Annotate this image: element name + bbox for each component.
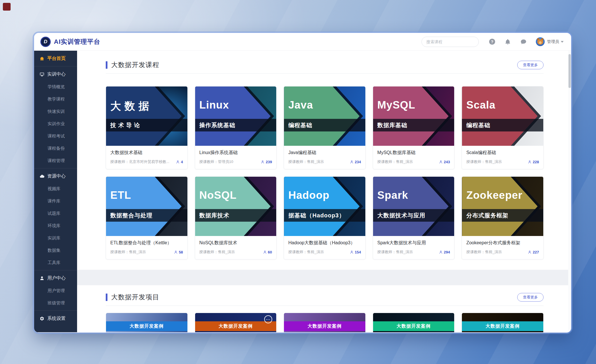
ellipsis-icon: ··· <box>264 315 272 323</box>
sidebar-item-tool-library[interactable]: 工具库 <box>34 257 77 269</box>
course-title: Scala编程基础 <box>466 150 539 156</box>
cover-subtitle: 编程基础 <box>288 121 312 129</box>
student-count-value: 239 <box>266 160 272 164</box>
cover-subtitle-band: 据基础（Hadoop3） <box>284 209 365 222</box>
person-icon <box>176 160 180 164</box>
course-card[interactable]: Scala 编程基础 Scala编程基础 授课教师：售前_演示 228 <box>462 86 544 169</box>
cover-subtitle-band: 数据整合与处理 <box>106 209 187 222</box>
person-icon <box>439 160 443 164</box>
cover-title: Hadoop <box>288 189 330 201</box>
sidebar-item-question-library[interactable]: 试题库 <box>34 207 77 220</box>
sidebar-item-system-settings[interactable]: 系统设置 <box>34 312 77 325</box>
cover-arrow <box>195 86 277 146</box>
app-title: AI实训管理平台 <box>54 38 100 46</box>
course-cover-image: Scala 编程基础 <box>462 86 543 146</box>
sidebar-item-home[interactable]: 平台首页 <box>34 52 77 65</box>
sidebar-item-label: 课件库 <box>48 198 60 204</box>
course-cover-image: Java 编程基础 <box>284 86 365 146</box>
student-count-value: 227 <box>533 250 539 254</box>
cover-title: ETL <box>110 189 131 201</box>
message-icon[interactable] <box>520 39 527 45</box>
course-student-count: 154 <box>350 250 361 254</box>
course-title: 大数据技术基础 <box>110 150 183 156</box>
course-card[interactable]: MySQL 数据库基础 MySQL数据库基础 授课教师：售前_演示 243 <box>373 86 455 169</box>
sidebar-item-training-center[interactable]: 实训中心 <box>34 68 77 81</box>
sidebar-item-dataset[interactable]: 数据集 <box>34 244 77 257</box>
project-case-card[interactable]: 大数据开发案例··· <box>195 313 277 332</box>
cover-arrow <box>373 177 454 236</box>
course-card[interactable]: Hadoop 据基础（Hadoop3） Hadoop大数据基础（Hadoop3）… <box>284 176 366 259</box>
sidebar-item-course-exams[interactable]: 课程考试 <box>34 130 77 142</box>
project-case-card[interactable]: 大数据开发案例 <box>284 313 366 332</box>
sidebar-item-label: 课程备份 <box>48 146 65 151</box>
view-more-courses-button[interactable]: 查看更多 <box>517 61 544 69</box>
sidebar-item-environment-library[interactable]: 环境库 <box>34 220 77 232</box>
course-title: ETL数据整合与处理（Kettle） <box>110 240 183 246</box>
person-icon <box>439 250 443 254</box>
course-teacher: 授课教师：售前_演示 <box>466 159 525 164</box>
sidebar-item-course-backup[interactable]: 课程备份 <box>34 142 77 155</box>
view-more-projects-button[interactable]: 查看更多 <box>517 293 544 302</box>
course-card[interactable]: Spark 大数据技术与应用 Spark大数据技术与应用 授课教师：售前_演示 … <box>373 176 455 259</box>
course-card[interactable]: Zookeeper 分布式服务框架 Zookeeper分布式服务框架 授课教师：… <box>462 176 544 259</box>
app-window: D AI实训管理平台 ? 管理员 平台首页实训中心学情概览教学课 <box>34 33 571 332</box>
chevron-down-icon <box>561 41 564 43</box>
sidebar-item-training-library[interactable]: 实训库 <box>34 232 77 244</box>
notification-bell-icon[interactable] <box>505 39 511 45</box>
course-card[interactable]: Java 编程基础 Java编程基础 授课教师：售前_演示 234 <box>284 86 366 169</box>
sidebar-item-video-library[interactable]: 视频库 <box>34 183 77 195</box>
gear-icon <box>40 316 44 321</box>
cover-subtitle-band: 数据库基础 <box>373 119 454 131</box>
scrollbar-track[interactable] <box>568 51 571 332</box>
course-card[interactable]: Linux 操作系统基础 Linux操作系统基础 授课教师：管理员10 239 <box>195 86 277 169</box>
section-divider <box>106 306 544 306</box>
sidebar: 平台首页实训中心学情概览教学课程快速实训实训作业课程考试课程备份课程管理资源中心… <box>34 51 77 332</box>
project-grid: 大数据开发案例 大数据开发案例··· 大数据开发案例 大数据开发案例 大数据开发… <box>106 313 544 332</box>
sidebar-item-teaching-courses[interactable]: 教学课程 <box>34 93 77 105</box>
person-icon <box>350 160 354 164</box>
case-label: 大数据开发案例 <box>219 323 253 329</box>
app-logo: D <box>40 37 51 47</box>
case-label-band: 大数据开发案例 <box>373 321 454 331</box>
sidebar-item-training-homework[interactable]: 实训作业 <box>34 118 77 130</box>
course-card[interactable]: 大 数 据 技 术 导 论 大数据技术基础 授课教师：北京市对外贸易学校教...… <box>106 86 188 169</box>
sidebar-item-label: 用户管理 <box>48 288 65 294</box>
sidebar-item-course-management[interactable]: 课程管理 <box>34 155 77 167</box>
project-case-card[interactable]: 大数据开发案例 <box>106 313 188 332</box>
sidebar-item-learning-overview[interactable]: 学情概览 <box>34 81 77 93</box>
course-student-count: 4 <box>176 160 183 164</box>
search-box[interactable] <box>421 37 479 47</box>
sidebar-item-label: 资源中心 <box>47 173 66 179</box>
main-content: 大数据开发课程 查看更多 大 数 据 技 术 导 论 大数据技术基础 授课教师：… <box>77 51 571 332</box>
user-menu[interactable]: 管理员 <box>547 39 564 44</box>
cover-arrow <box>462 86 543 146</box>
case-label-band: 大数据开发案例··· <box>195 321 277 331</box>
sidebar-item-user-center[interactable]: 用户中心 <box>34 271 77 285</box>
student-count-value: 4 <box>181 160 183 164</box>
cover-arrow <box>106 177 187 236</box>
cover-subtitle-band: 大数据技术与应用 <box>373 209 454 222</box>
cover-title: MySQL <box>377 99 415 111</box>
scrollbar-thumb[interactable] <box>568 54 571 88</box>
sidebar-item-class-management[interactable]: 班级管理 <box>34 297 77 309</box>
course-grid: 大 数 据 技 术 导 论 大数据技术基础 授课教师：北京市对外贸易学校教...… <box>106 86 544 259</box>
course-card[interactable]: ETL 数据整合与处理 ETL数据整合与处理（Kettle） 授课教师：售前_演… <box>106 176 188 259</box>
sidebar-item-user-management[interactable]: 用户管理 <box>34 285 77 297</box>
sidebar-item-quick-training[interactable]: 快速实训 <box>34 105 77 118</box>
search-input[interactable] <box>426 40 478 44</box>
help-icon[interactable]: ? <box>489 39 495 45</box>
course-cover-image: Linux 操作系统基础 <box>195 86 277 146</box>
cover-arrow <box>106 86 187 146</box>
sidebar-item-label: 视频库 <box>48 186 60 192</box>
course-card[interactable]: NoSQL 数据库技术 NoSQL数据库技术 授课教师：售前_演示 60 <box>195 176 277 259</box>
person-icon <box>260 160 265 164</box>
project-case-card[interactable]: 大数据开发案例 <box>373 313 455 332</box>
case-cover-image: 大数据开发案例 <box>373 313 454 332</box>
sidebar-item-courseware-library[interactable]: 课件库 <box>34 195 77 207</box>
sidebar-item-resource-center[interactable]: 资源中心 <box>34 170 77 183</box>
project-case-card[interactable]: 大数据开发案例 <box>462 313 544 332</box>
sidebar-item-label: 实训中心 <box>47 71 66 77</box>
course-student-count: 228 <box>528 160 539 164</box>
user-avatar[interactable] <box>536 37 545 46</box>
section-title: 大数据开发课程 <box>111 60 159 69</box>
